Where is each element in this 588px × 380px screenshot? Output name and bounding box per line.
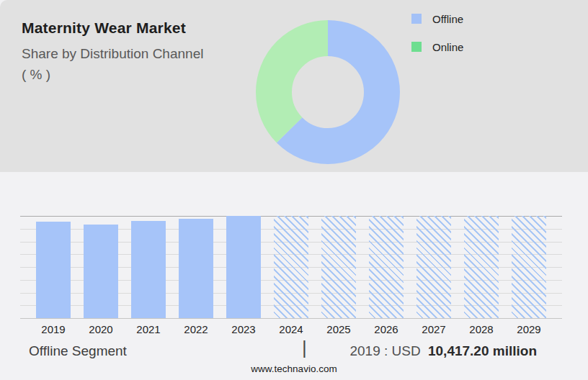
legend-label-offline: Offline: [432, 13, 463, 25]
axis-label-2019: 2019: [30, 323, 77, 335]
value-amount: 10,417.20 million: [428, 343, 537, 358]
bar-2021: [131, 221, 166, 318]
footer-website: www.technavio.com: [0, 363, 588, 374]
value-prefix: 2019 : USD: [349, 343, 420, 358]
year-labels: 2019202020212022202320242025202620272028…: [20, 323, 562, 338]
legend-item-online: Online: [411, 41, 463, 53]
axis-label-2028: 2028: [458, 323, 505, 335]
axis-label-2025: 2025: [315, 323, 362, 335]
bar-2020: [84, 225, 118, 318]
bar-forecast-2029: [512, 216, 546, 318]
axis-label-2026: 2026: [362, 323, 410, 335]
header-panel: Maternity Wear Market Share by Distribut…: [0, 0, 588, 172]
axis-label-2027: 2027: [410, 323, 458, 335]
donut-chart: [256, 20, 400, 164]
bar-plot: [20, 216, 562, 318]
bar-2023: [226, 216, 261, 318]
gridline: [20, 318, 562, 319]
axis-label-2022: 2022: [172, 323, 220, 335]
caption-separator: |: [302, 337, 307, 359]
page-title: Maternity Wear Market: [22, 19, 203, 37]
legend-item-offline: Offline: [411, 13, 463, 24]
segment-label: Offline Segment: [29, 343, 127, 359]
subtitle-line-1: Share by Distribution Channel: [22, 43, 203, 64]
legend-label-online: Online: [432, 41, 463, 53]
bar-forecast-2027: [416, 216, 451, 318]
axis-label-2023: 2023: [220, 323, 267, 335]
donut-svg: [256, 20, 400, 164]
axis-label-2029: 2029: [505, 323, 553, 335]
bar-forecast-2026: [369, 216, 404, 318]
bar-forecast-2028: [464, 216, 499, 318]
bar-forecast-2025: [321, 216, 356, 318]
value-line: 2019 : USD 10,417.20 million: [349, 343, 537, 359]
axis-label-2021: 2021: [125, 323, 172, 335]
axis-label-2024: 2024: [267, 323, 315, 335]
bar-2019: [36, 222, 71, 318]
bar-forecast-2024: [274, 216, 308, 318]
legend-swatch-offline: [411, 14, 422, 24]
subtitle-line-2: ( % ): [22, 64, 203, 85]
legend-swatch-online: [411, 42, 422, 52]
page-subtitle: Share by Distribution Channel ( % ): [22, 43, 203, 85]
bar-2022: [179, 219, 213, 318]
title-block: Maternity Wear Market Share by Distribut…: [22, 19, 203, 85]
axis-label-2020: 2020: [77, 323, 125, 335]
